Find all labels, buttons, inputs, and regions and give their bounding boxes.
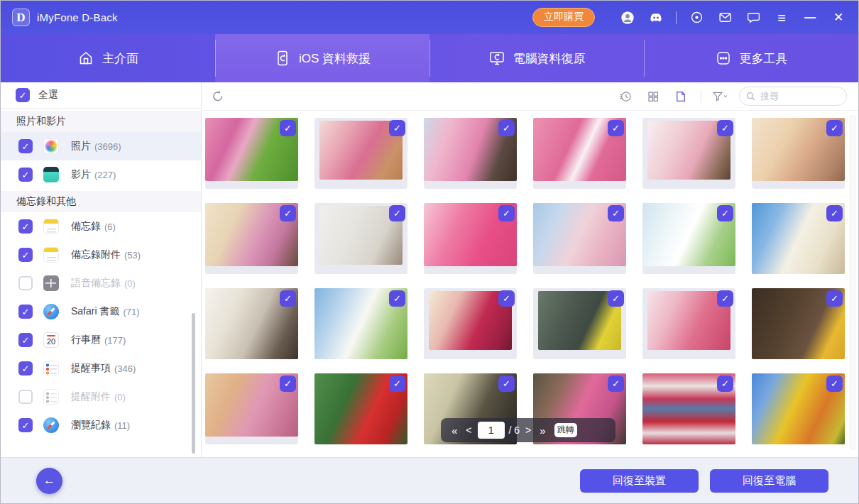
photo-thumbnail[interactable]: ✓ xyxy=(424,288,517,359)
chat-feedback-icon[interactable] xyxy=(745,9,762,26)
reminders-checkbox[interactable]: ✓ xyxy=(18,361,33,376)
thumbnail-checkbox[interactable]: ✓ xyxy=(826,376,843,392)
sidebar-item-videos[interactable]: ✓ 影片 (227) xyxy=(1,160,201,189)
grid-scrollbar[interactable] xyxy=(850,115,855,450)
first-page-button[interactable]: « xyxy=(447,424,461,437)
thumbnail-checkbox[interactable]: ✓ xyxy=(498,205,515,221)
select-all-row[interactable]: ✓ 全選 xyxy=(1,82,201,109)
select-all-checkbox[interactable]: ✓ xyxy=(16,88,30,102)
next-page-button[interactable]: > xyxy=(521,424,535,436)
sidebar-item-note-attachments[interactable]: ✓ 備忘錄附件 (53) xyxy=(1,241,201,269)
page-number-input[interactable] xyxy=(478,422,505,439)
thumbnail-checkbox[interactable]: ✓ xyxy=(280,376,296,392)
photo-thumbnail[interactable]: ✓ xyxy=(642,288,735,359)
reminder-attachments-checkbox[interactable] xyxy=(18,390,33,404)
mail-icon[interactable] xyxy=(716,9,733,26)
notes-checkbox[interactable]: ✓ xyxy=(18,219,33,234)
thumbnail-checkbox[interactable]: ✓ xyxy=(389,290,405,307)
file-view-icon[interactable] xyxy=(672,87,690,106)
sidebar-item-calendar[interactable]: ✓ 20 行事曆 (177) xyxy=(1,326,201,354)
photo-thumbnail[interactable]: ✓ xyxy=(752,203,845,274)
history-icon[interactable] xyxy=(616,87,635,106)
tab-more-tools[interactable]: 更多工具 xyxy=(644,34,858,82)
photo-thumbnail[interactable]: ✓ xyxy=(533,203,626,274)
photo-thumbnail[interactable]: ✓ xyxy=(752,373,845,444)
thumbnail-checkbox[interactable]: ✓ xyxy=(280,290,296,307)
thumbnail-checkbox[interactable]: ✓ xyxy=(608,376,624,392)
restore-to-device-button[interactable]: 回復至裝置 xyxy=(580,469,699,493)
thumbnail-checkbox[interactable]: ✓ xyxy=(389,376,405,392)
tab-pc-recovery[interactable]: 電腦資料復原 xyxy=(430,34,644,82)
thumbnail-checkbox[interactable]: ✓ xyxy=(717,376,733,392)
prev-page-button[interactable]: < xyxy=(461,424,476,436)
photo-thumbnail[interactable]: ✓ xyxy=(533,118,626,189)
photos-checkbox[interactable]: ✓ xyxy=(18,139,33,153)
photo-thumbnail[interactable]: ✓ xyxy=(533,288,626,359)
thumbnail-checkbox[interactable]: ✓ xyxy=(389,205,405,221)
calendar-checkbox[interactable]: ✓ xyxy=(18,333,33,347)
last-page-button[interactable]: » xyxy=(535,424,549,437)
photo-thumbnail[interactable]: ✓ xyxy=(752,288,845,359)
photo-thumbnail[interactable]: ✓ xyxy=(205,203,298,274)
account-avatar-icon[interactable] xyxy=(619,9,636,26)
voice-memos-checkbox[interactable] xyxy=(18,276,33,290)
thumbnail-checkbox[interactable]: ✓ xyxy=(498,290,515,307)
thumbnail-checkbox[interactable]: ✓ xyxy=(608,290,624,307)
restore-to-computer-button[interactable]: 回復至電腦 xyxy=(710,469,828,493)
discord-icon[interactable] xyxy=(647,9,664,26)
thumbnail-checkbox[interactable]: ✓ xyxy=(717,120,733,136)
sidebar-item-photos[interactable]: ✓ 照片 (3696) xyxy=(1,132,201,160)
thumbnail-checkbox[interactable]: ✓ xyxy=(389,120,405,136)
videos-app-icon xyxy=(43,167,59,182)
buy-now-button[interactable]: 立即購買 xyxy=(532,8,595,27)
tab-home[interactable]: 主介面 xyxy=(1,34,215,82)
thumbnail-checkbox[interactable]: ✓ xyxy=(280,120,296,136)
videos-checkbox[interactable]: ✓ xyxy=(18,168,33,182)
thumbnail-checkbox[interactable]: ✓ xyxy=(498,376,515,392)
tab-ios-recovery[interactable]: iOS 資料救援 xyxy=(215,34,430,82)
back-button[interactable]: ← xyxy=(36,468,62,494)
photo-thumbnail[interactable]: ✓ xyxy=(205,373,298,444)
note-attachments-checkbox[interactable]: ✓ xyxy=(18,248,33,262)
menu-icon[interactable]: ≡ xyxy=(773,9,790,26)
photo-thumbnail[interactable]: ✓ xyxy=(314,203,407,274)
search-input[interactable] xyxy=(760,91,831,102)
thumbnail-checkbox[interactable]: ✓ xyxy=(826,205,843,221)
settings-target-icon[interactable] xyxy=(688,9,705,26)
thumbnail-checkbox[interactable]: ✓ xyxy=(717,290,733,307)
filter-icon[interactable] xyxy=(711,87,729,106)
safari-bookmarks-checkbox[interactable]: ✓ xyxy=(18,305,33,319)
photo-thumbnail[interactable]: ✓ xyxy=(205,118,298,189)
photo-thumbnail[interactable]: ✓ xyxy=(205,288,298,359)
thumbnail-checkbox[interactable]: ✓ xyxy=(717,205,733,221)
photo-thumbnail[interactable]: ✓ xyxy=(314,373,407,444)
sidebar-item-reminders[interactable]: ✓ 提醒事項 (346) xyxy=(1,354,201,383)
thumbnail-checkbox[interactable]: ✓ xyxy=(608,120,624,136)
sidebar-item-voice-memos[interactable]: 語音備忘錄 (0) xyxy=(1,269,201,297)
sidebar-item-notes[interactable]: ✓ 備忘錄 (6) xyxy=(1,212,201,241)
close-button[interactable]: ✕ xyxy=(830,9,847,26)
minimize-button[interactable]: — xyxy=(801,9,819,26)
search-box[interactable] xyxy=(739,87,847,106)
photo-thumbnail[interactable]: ✓ xyxy=(424,118,517,189)
thumbnail-checkbox[interactable]: ✓ xyxy=(608,205,624,221)
photo-thumbnail[interactable]: ✓ xyxy=(642,118,735,189)
jump-page-button[interactable]: 跳轉 xyxy=(554,423,577,437)
sidebar-item-safari-bookmarks[interactable]: ✓ Safari 書籤 (71) xyxy=(1,297,201,326)
thumbnail-checkbox[interactable]: ✓ xyxy=(826,120,843,136)
undo-refresh-icon[interactable] xyxy=(209,87,227,106)
thumbnail-checkbox[interactable]: ✓ xyxy=(498,120,515,136)
photo-thumbnail[interactable]: ✓ xyxy=(642,203,735,274)
thumbnail-checkbox[interactable]: ✓ xyxy=(280,205,296,221)
thumbnail-checkbox[interactable]: ✓ xyxy=(826,290,843,307)
browsing-history-checkbox[interactable]: ✓ xyxy=(18,418,33,432)
photo-thumbnail[interactable]: ✓ xyxy=(752,118,845,189)
sidebar-scrollbar[interactable] xyxy=(192,313,195,454)
photo-thumbnail[interactable]: ✓ xyxy=(642,373,735,444)
grid-view-icon[interactable] xyxy=(644,87,662,106)
photo-thumbnail[interactable]: ✓ xyxy=(314,288,407,359)
sidebar-item-reminder-attachments[interactable]: 提醒附件 (0) xyxy=(1,383,201,411)
photo-thumbnail[interactable]: ✓ xyxy=(314,118,407,189)
sidebar-item-browsing-history[interactable]: ✓ 瀏覽紀錄 (11) xyxy=(1,411,201,439)
photo-thumbnail[interactable]: ✓ xyxy=(424,203,517,274)
